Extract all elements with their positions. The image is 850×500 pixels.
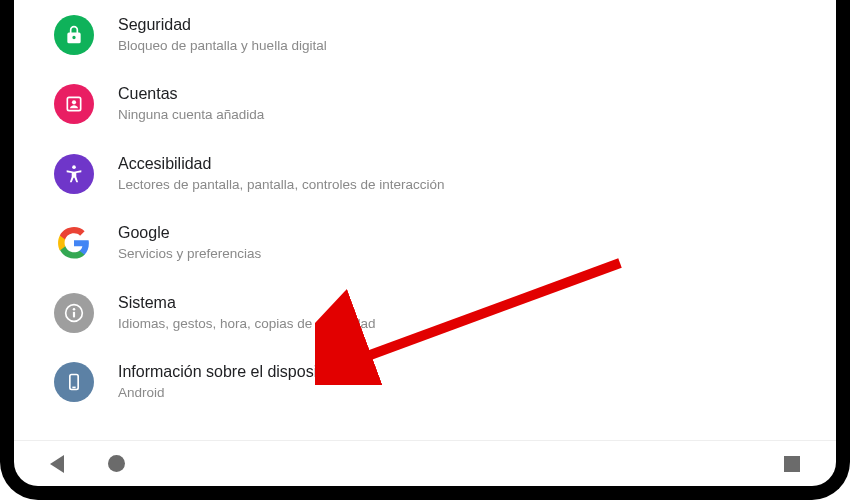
lock-icon <box>54 15 94 55</box>
nav-back-icon[interactable] <box>50 455 64 473</box>
svg-point-2 <box>72 165 76 169</box>
settings-item-security[interactable]: Seguridad Bloqueo de pantalla y huella d… <box>30 0 820 69</box>
settings-item-subtitle: Servicios y preferencias <box>118 245 261 264</box>
settings-item-title: Información sobre el dispositivo <box>118 361 342 383</box>
settings-item-subtitle: Idiomas, gestos, hora, copias de segurid… <box>118 315 375 334</box>
settings-item-device-info[interactable]: Información sobre el dispositivo Android <box>30 347 820 416</box>
settings-item-google[interactable]: Google Servicios y preferencias <box>30 208 820 277</box>
info-icon <box>54 293 94 333</box>
nav-home-icon[interactable] <box>108 455 125 472</box>
settings-item-title: Cuentas <box>118 83 264 105</box>
settings-screen: Seguridad Bloqueo de pantalla y huella d… <box>14 0 836 440</box>
settings-item-subtitle: Lectores de pantalla, pantalla, controle… <box>118 176 444 195</box>
nav-recent-icon[interactable] <box>784 456 800 472</box>
navigation-bar <box>14 440 836 486</box>
google-icon <box>54 223 94 263</box>
settings-item-system[interactable]: Sistema Idiomas, gestos, hora, copias de… <box>30 278 820 347</box>
settings-item-accessibility[interactable]: Accesibilidad Lectores de pantalla, pant… <box>30 139 820 208</box>
settings-item-title: Accesibilidad <box>118 153 444 175</box>
settings-item-subtitle: Android <box>118 384 342 403</box>
settings-list: Seguridad Bloqueo de pantalla y huella d… <box>14 0 836 417</box>
settings-item-title: Sistema <box>118 292 375 314</box>
settings-item-title: Seguridad <box>118 14 327 36</box>
settings-item-subtitle: Ninguna cuenta añadida <box>118 106 264 125</box>
account-icon <box>54 84 94 124</box>
svg-point-4 <box>73 308 76 311</box>
settings-item-subtitle: Bloqueo de pantalla y huella digital <box>118 37 327 56</box>
svg-point-1 <box>72 100 76 104</box>
settings-item-accounts[interactable]: Cuentas Ninguna cuenta añadida <box>30 69 820 138</box>
svg-rect-5 <box>73 311 75 317</box>
accessibility-icon <box>54 154 94 194</box>
phone-icon <box>54 362 94 402</box>
settings-item-title: Google <box>118 222 261 244</box>
